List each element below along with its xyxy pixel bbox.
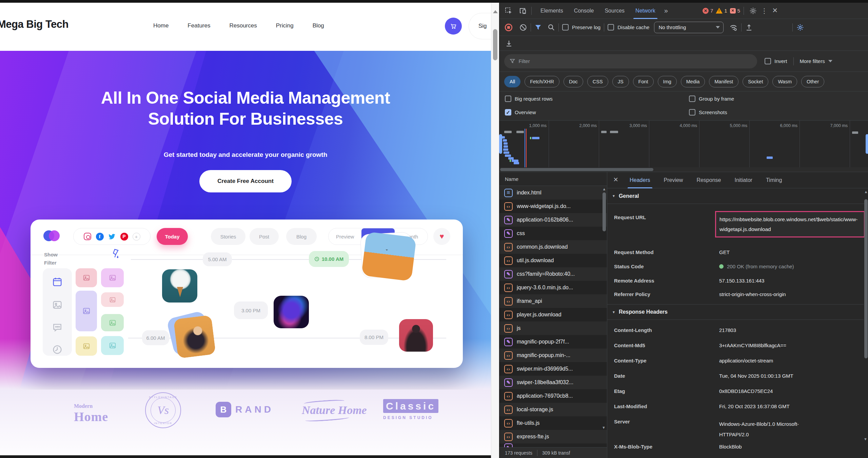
tab-console[interactable]: Console: [569, 3, 599, 19]
filter-funnel-icon[interactable]: [534, 24, 542, 31]
overview-scrollbar[interactable]: [499, 167, 868, 172]
request-row[interactable]: player.js.download: [499, 308, 607, 321]
thumb-tile[interactable]: [101, 314, 124, 331]
export-har-icon[interactable]: [505, 39, 513, 47]
overview-right-handle[interactable]: [866, 134, 868, 154]
scrollbar-thumb[interactable]: [864, 199, 868, 358]
filter-input[interactable]: [518, 58, 752, 64]
tab-initiator[interactable]: Initiator: [728, 172, 759, 188]
scrollbar-thumb[interactable]: [500, 168, 653, 171]
issues-badge[interactable]: ✕ 5: [730, 8, 740, 14]
photo-woman[interactable]: [173, 315, 216, 359]
chip-other[interactable]: Other: [801, 76, 824, 87]
chip-doc[interactable]: Doc: [564, 76, 583, 87]
tab-timing[interactable]: Timing: [759, 172, 789, 188]
network-overview[interactable]: 1,000 ms 2,000 ms 3,000 ms 4,000 ms 5,00…: [499, 121, 868, 167]
request-row[interactable]: util.js.download: [499, 254, 607, 267]
request-row[interactable]: index.html: [499, 186, 607, 200]
tab-preview[interactable]: Preview: [657, 172, 690, 188]
today-button[interactable]: Today: [157, 228, 188, 245]
request-row[interactable]: fte-utils.js: [499, 416, 607, 430]
photo-icecream[interactable]: [162, 269, 197, 303]
pen-icon[interactable]: [111, 248, 122, 260]
tab-network[interactable]: Network: [630, 3, 661, 19]
chip-img[interactable]: Img: [658, 76, 677, 87]
thumb-tile[interactable]: [101, 292, 124, 307]
chip-font[interactable]: Font: [633, 76, 654, 87]
instagram-icon[interactable]: [83, 232, 92, 241]
error-badge[interactable]: ✕ 7: [703, 8, 713, 14]
thumb-tile[interactable]: [76, 291, 97, 331]
request-row[interactable]: www-widgetapi.js.do...: [499, 200, 607, 213]
request-row[interactable]: magnific-popup.min-...: [499, 349, 607, 362]
close-devtools-icon[interactable]: ×: [770, 6, 781, 16]
photo-beach[interactable]: [361, 231, 417, 281]
invert-checkbox[interactable]: [765, 58, 771, 64]
request-url-value[interactable]: https://mbtwebsite.blob.core.windows.net…: [715, 211, 865, 237]
clear-icon[interactable]: [519, 23, 527, 32]
network-conditions-icon[interactable]: [729, 23, 738, 32]
tab-elements[interactable]: Elements: [535, 3, 569, 19]
post-button[interactable]: Post: [250, 228, 279, 245]
add-account-icon[interactable]: +: [132, 232, 140, 241]
nav-home[interactable]: Home: [153, 22, 169, 29]
inspect-element-icon[interactable]: [504, 6, 514, 16]
page-scrollbar[interactable]: [491, 3, 499, 458]
warning-badge[interactable]: 1: [716, 8, 727, 14]
sign-up-button[interactable]: Sig: [469, 13, 491, 39]
chip-css[interactable]: CSS: [587, 76, 608, 87]
request-row[interactable]: local-storage.js: [499, 403, 607, 416]
list-scrollbar[interactable]: ▲: [602, 187, 606, 233]
scrollbar-thumb[interactable]: [603, 192, 606, 231]
throttling-select[interactable]: No throttling: [654, 22, 724, 33]
request-row[interactable]: js: [499, 321, 607, 335]
thumb-tile[interactable]: [76, 336, 97, 356]
thumb-tile[interactable]: [101, 268, 124, 287]
tab-response[interactable]: Response: [690, 172, 728, 188]
request-row[interactable]: common.js.download: [499, 240, 607, 254]
scroll-down-arrow[interactable]: ▼: [602, 425, 606, 430]
big-request-rows-checkbox[interactable]: [505, 96, 511, 102]
chip-js[interactable]: JS: [612, 76, 629, 87]
photo-neon-face[interactable]: [274, 296, 309, 328]
scroll-up-arrow[interactable]: ▲: [864, 190, 868, 194]
nav-resources[interactable]: Resources: [229, 22, 257, 29]
disable-cache-checkbox[interactable]: [608, 24, 614, 30]
more-tabs-icon[interactable]: »: [661, 7, 671, 15]
tab-headers[interactable]: Headers: [623, 172, 657, 188]
request-row-partial[interactable]: [499, 443, 607, 447]
request-row[interactable]: magnific-popup-2f7f...: [499, 335, 607, 349]
kebab-menu-icon[interactable]: ⋮: [758, 7, 770, 15]
chip-manifest[interactable]: Manifest: [709, 76, 738, 87]
twitter-icon[interactable]: [108, 232, 116, 241]
scroll-up-arrow[interactable]: ▲: [602, 187, 606, 191]
scrollbar-thumb[interactable]: [493, 29, 497, 60]
request-row[interactable]: application-76970cb8...: [499, 389, 607, 403]
nav-blog[interactable]: Blog: [313, 22, 324, 29]
details-scrollbar[interactable]: ▲: [864, 190, 868, 358]
chip-media[interactable]: Media: [681, 76, 705, 87]
photo-man[interactable]: [399, 319, 433, 352]
clock-icon[interactable]: [52, 344, 63, 355]
network-settings-gear-icon[interactable]: [796, 23, 804, 32]
tab-sources[interactable]: Sources: [599, 3, 630, 19]
request-row[interactable]: jquery-3.6.0.min.js.do...: [499, 281, 607, 294]
record-icon[interactable]: [504, 23, 513, 32]
response-headers-section-header[interactable]: ▼ Response Headers: [607, 304, 864, 320]
nav-features[interactable]: Features: [188, 22, 210, 29]
request-row[interactable]: css: [499, 227, 607, 240]
more-filters-button[interactable]: More filters: [800, 58, 832, 64]
request-row[interactable]: express-fte.js: [499, 430, 607, 443]
overview-left-handle[interactable]: [499, 134, 502, 154]
create-free-account-button[interactable]: Create Free Account: [199, 170, 292, 192]
calendar-icon[interactable]: [52, 276, 63, 287]
preserve-log-checkbox[interactable]: [562, 24, 569, 30]
blog-button[interactable]: Blog: [286, 228, 317, 245]
chip-fetch-xhr[interactable]: Fetch/XHR: [525, 76, 559, 87]
pinterest-icon[interactable]: P: [120, 232, 128, 241]
chip-wasm[interactable]: Wasm: [772, 76, 797, 87]
comment-icon[interactable]: [52, 322, 63, 333]
stories-button[interactable]: Stories: [211, 228, 245, 245]
nav-pricing[interactable]: Pricing: [276, 22, 294, 29]
filter-input-box[interactable]: [504, 54, 757, 68]
